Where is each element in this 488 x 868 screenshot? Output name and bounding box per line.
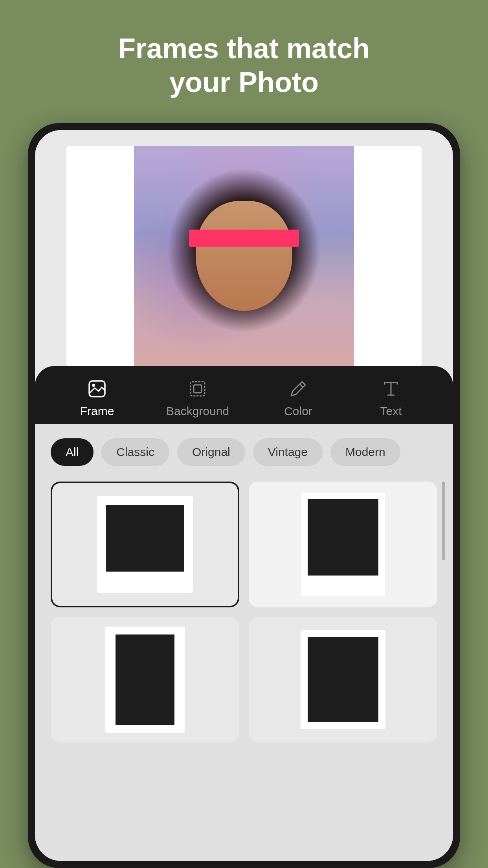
filter-tabs: All Classic Orignal Vintage Modern: [51, 438, 437, 466]
frame-card-3[interactable]: [51, 617, 239, 743]
tab-modern[interactable]: Modern: [330, 438, 400, 466]
tab-classic[interactable]: Classic: [101, 438, 169, 466]
toolbar-item-background[interactable]: Background: [166, 377, 229, 418]
scrollbar[interactable]: [442, 482, 445, 560]
text-label: Text: [380, 405, 402, 418]
frame-label: Frame: [80, 405, 114, 418]
face-decoration: [196, 201, 293, 311]
page-title: Frames that match your Photo: [79, 0, 409, 123]
toolbar-item-frame[interactable]: Frame: [73, 377, 121, 418]
color-icon: [286, 377, 310, 401]
photo-area: [35, 130, 453, 366]
photo-image: [134, 146, 354, 366]
text-icon: [379, 377, 403, 401]
toolbar: Frame Background Color: [35, 366, 453, 424]
toolbar-item-text[interactable]: Text: [367, 377, 415, 418]
background-label: Background: [166, 405, 229, 418]
frames-grid: [51, 482, 437, 743]
frame-card-2[interactable]: [249, 482, 437, 607]
tab-all[interactable]: All: [51, 438, 94, 466]
svg-point-1: [92, 384, 95, 387]
frame-card-4[interactable]: [249, 617, 437, 743]
color-label: Color: [284, 405, 312, 418]
svg-rect-3: [194, 385, 202, 393]
toolbar-item-color[interactable]: Color: [275, 377, 322, 418]
background-icon: [186, 377, 209, 401]
frame-icon: [85, 377, 109, 401]
tab-vintage[interactable]: Vintage: [253, 438, 323, 466]
phone-frame: Frame Background Color: [28, 123, 460, 868]
content-area: All Classic Orignal Vintage Modern: [35, 424, 453, 861]
photo-container: [66, 146, 422, 366]
tab-original[interactable]: Orignal: [177, 438, 245, 466]
frame-card-1[interactable]: [51, 482, 239, 607]
sunglasses-decoration: [189, 230, 299, 247]
svg-rect-2: [191, 382, 205, 396]
phone-screen: Frame Background Color: [35, 130, 453, 861]
